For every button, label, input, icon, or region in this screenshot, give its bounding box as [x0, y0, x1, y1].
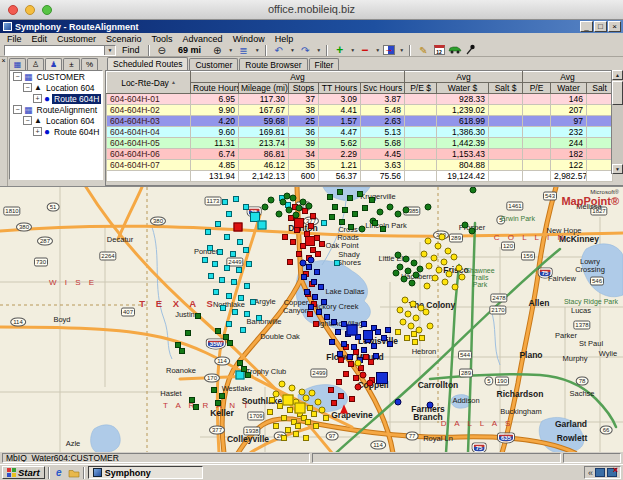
table-row-604-604H-06[interactable]: 604-604H-066.7486.81342.294.451,153.4318… [107, 149, 613, 160]
table-row-604-604H-04[interactable]: 604-604H-049.60169.81364.475.131,386.302… [107, 127, 613, 138]
zoom-caret-icon[interactable]: ▼ [228, 47, 233, 53]
route-stop-marker[interactable] [290, 239, 296, 245]
route-stop-marker[interactable] [286, 207, 293, 214]
tree-node-location-604[interactable]: −▲Location 604 [10, 82, 102, 93]
route-stop-marker[interactable] [343, 371, 349, 377]
route-stop-marker[interactable] [233, 196, 239, 202]
route-stop-marker[interactable] [427, 402, 434, 409]
table-totals-row[interactable]: 131.942,142.1360056.3775.5619,124.422,98… [107, 171, 613, 182]
route-stop-marker[interactable] [284, 193, 291, 200]
route-stop-marker[interactable] [296, 205, 303, 212]
tree-node-route-604h[interactable]: +●Route 604H [10, 93, 102, 104]
add-caret-icon[interactable]: ▼ [350, 47, 355, 53]
edit-icon[interactable]: ✎ [416, 44, 430, 56]
remove-caret-icon[interactable]: ▼ [375, 47, 380, 53]
app-title-bar[interactable]: Symphony - RouteAlignment _ □ × [0, 20, 623, 33]
route-stop-marker[interactable] [185, 330, 191, 336]
menu-scenario[interactable]: Scenario [101, 34, 147, 44]
route-stop-marker[interactable] [341, 341, 347, 347]
route-stop-marker[interactable] [243, 247, 249, 253]
col-svc-hours[interactable]: Svc Hours [361, 83, 405, 94]
route-stop-marker[interactable] [232, 309, 238, 315]
route-stop-marker[interactable] [401, 276, 408, 283]
route-stop-marker[interactable] [279, 381, 286, 388]
route-stop-marker[interactable] [293, 212, 300, 219]
route-stop-marker[interactable] [219, 393, 225, 399]
route-stop-marker[interactable] [400, 319, 407, 326]
route-stop-marker[interactable] [363, 330, 373, 340]
route-stop-marker[interactable] [397, 307, 404, 314]
route-stop-marker[interactable] [316, 309, 322, 315]
route-stop-marker[interactable] [219, 277, 225, 283]
tree-expander-icon[interactable]: − [23, 83, 32, 92]
route-stop-marker[interactable] [347, 195, 353, 201]
route-stop-marker[interactable] [305, 236, 315, 246]
route-stop-marker[interactable] [273, 423, 279, 429]
table-row-604-604H-02[interactable]: 604-604H-029.90167.67384.415.481,239.022… [107, 105, 613, 116]
route-stop-marker[interactable] [309, 390, 316, 397]
menu-advanced[interactable]: Advanced [178, 34, 228, 44]
route-stop-marker[interactable] [412, 339, 418, 345]
route-stop-marker[interactable] [360, 372, 367, 379]
route-stop-marker[interactable] [426, 263, 433, 270]
tab-filter[interactable]: Filter [309, 58, 340, 70]
col-water-[interactable]: Water $ [437, 83, 489, 94]
panel-close-icon[interactable]: × [1, 57, 5, 64]
route-stop-marker[interactable] [240, 327, 246, 333]
route-stop-marker[interactable] [290, 195, 297, 202]
route-stop-marker[interactable] [314, 269, 320, 275]
route-stop-marker[interactable] [377, 209, 384, 216]
route-stop-marker[interactable] [369, 197, 375, 203]
route-stop-marker[interactable] [328, 387, 334, 393]
menu-edit[interactable]: Edit [27, 34, 53, 44]
route-stop-marker[interactable] [419, 335, 425, 341]
route-stop-marker[interactable] [441, 259, 448, 266]
undo-icon[interactable]: ↶ [272, 44, 286, 56]
route-stop-marker[interactable] [337, 189, 343, 195]
route-stop-marker[interactable] [469, 228, 476, 235]
route-stop-marker[interactable] [367, 380, 374, 387]
route-stop-marker[interactable] [243, 204, 249, 210]
table-row-604-604H-07[interactable]: 604-604H-074.8546.12351.213.63804.88122 [107, 160, 613, 171]
assign-caret-icon[interactable]: ▼ [399, 47, 404, 53]
map-canvas[interactable]: DecaturBoydAzleJustinNorthlakePonderDent… [0, 186, 623, 452]
route-stop-marker[interactable] [347, 325, 358, 336]
col-p-e[interactable]: P/E [523, 83, 551, 94]
route-stop-marker[interactable] [207, 245, 213, 251]
start-button[interactable]: Start [2, 466, 45, 479]
route-stop-marker[interactable] [371, 343, 377, 349]
route-stop-marker[interactable] [376, 372, 388, 384]
route-stop-marker[interactable] [347, 354, 353, 360]
symphony-task-button[interactable]: Symphony [88, 466, 203, 479]
route-stop-marker[interactable] [348, 224, 354, 230]
route-stop-marker[interactable] [304, 289, 310, 295]
route-stop-marker[interactable] [338, 393, 344, 399]
route-stop-marker[interactable] [336, 379, 342, 385]
tab-scheduled-routes[interactable]: Scheduled Routes [107, 57, 188, 70]
col-water[interactable]: Water [551, 83, 587, 94]
route-stop-marker[interactable] [289, 385, 296, 392]
tree-tab-plus-minus-icon[interactable]: ± [63, 58, 80, 70]
scroll-up-icon[interactable]: ▲ [612, 70, 623, 80]
route-stop-marker[interactable] [283, 395, 294, 406]
route-stop-marker[interactable] [427, 323, 434, 330]
route-stop-marker[interactable] [405, 268, 412, 275]
route-stop-marker[interactable] [359, 226, 366, 233]
menu-tools[interactable]: Tools [147, 34, 178, 44]
route-stop-marker[interactable] [411, 260, 418, 267]
route-stop-marker[interactable] [368, 359, 374, 365]
route-stop-marker[interactable] [294, 218, 304, 228]
tree-node-route-604h[interactable]: +●Route 604H [10, 126, 102, 137]
route-stop-marker[interactable] [355, 360, 362, 367]
route-stop-marker[interactable] [425, 204, 432, 211]
route-stop-marker[interactable] [319, 241, 325, 247]
menu-help[interactable]: Help [270, 34, 299, 44]
find-button[interactable]: Find [119, 44, 143, 56]
route-stop-marker[interactable] [421, 251, 428, 258]
route-stop-marker[interactable] [413, 272, 420, 279]
redo-icon[interactable]: ↷ [298, 44, 312, 56]
route-stop-marker[interactable] [432, 275, 439, 282]
remove-stop-icon[interactable]: − [358, 44, 371, 56]
route-stop-marker[interactable] [237, 239, 243, 245]
route-stop-marker[interactable] [226, 211, 232, 217]
